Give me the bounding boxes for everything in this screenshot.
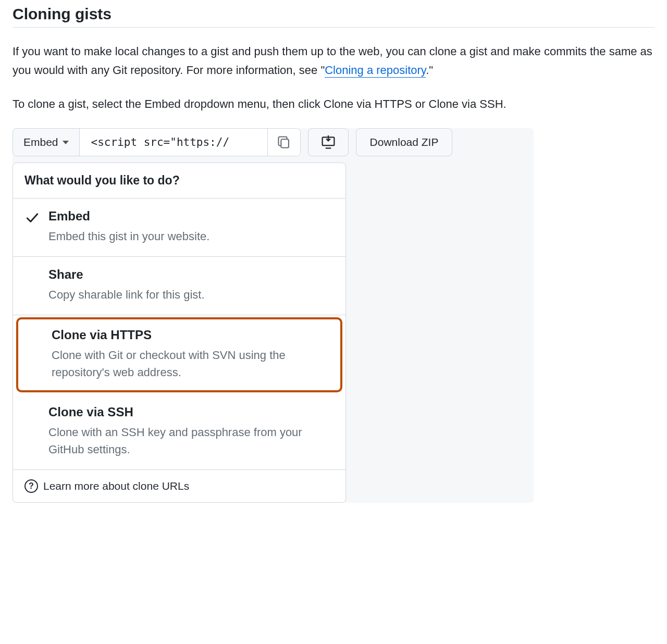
check-placeholder: [24, 405, 40, 407]
intro-paragraph-2: To clone a gist, select the Embed dropdo…: [13, 95, 654, 114]
dropdown-item-clone-https[interactable]: Clone via HTTPS Clone with Git or checko…: [16, 317, 342, 392]
embed-snippet-text: <script src="https://: [80, 129, 267, 156]
dropdown-item-title: Clone via HTTPS: [52, 328, 331, 342]
question-icon: ?: [24, 479, 38, 493]
dropdown-header: What would you like to do?: [13, 163, 345, 199]
para1-post: .": [426, 64, 433, 77]
svg-rect-0: [281, 139, 289, 147]
copy-icon: [277, 135, 291, 149]
dropdown-item-title: Share: [48, 267, 334, 282]
embed-snippet-segment: Embed <script src="https://: [13, 128, 301, 156]
dropdown-item-desc: Copy sharable link for this gist.: [48, 286, 334, 303]
desktop-download-icon: [321, 135, 336, 150]
dropdown-item-desc: Clone with Git or checkout with SVN usin…: [52, 346, 331, 381]
intro-paragraph-1: If you want to make local changes to a g…: [13, 42, 654, 80]
dropdown-item-share[interactable]: Share Copy sharable link for this gist.: [13, 257, 345, 315]
dropdown-item-desc: Clone with an SSH key and passphrase fro…: [48, 424, 334, 458]
embed-dropdown-button[interactable]: Embed: [13, 129, 80, 156]
dropdown-item-title: Embed: [48, 209, 334, 224]
dropdown-footer-label: Learn more about clone URLs: [43, 480, 189, 492]
download-zip-label: Download ZIP: [370, 136, 439, 148]
check-placeholder: [24, 267, 40, 269]
check-icon: [24, 209, 40, 225]
download-zip-button[interactable]: Download ZIP: [356, 128, 453, 156]
cloning-repo-link[interactable]: Cloning a repository: [325, 64, 426, 78]
gist-toolbar-illustration: Embed <script src="https:// Download ZIP: [13, 128, 534, 503]
embed-dropdown-label: Embed: [23, 136, 58, 148]
dropdown-item-desc: Embed this gist in your website.: [48, 228, 334, 245]
dropdown-learn-more[interactable]: ? Learn more about clone URLs: [13, 470, 345, 502]
caret-down-icon: [63, 141, 69, 144]
check-placeholder: [28, 328, 43, 330]
embed-dropdown-panel: What would you like to do? Embed Embed t…: [13, 163, 346, 503]
open-desktop-button[interactable]: [308, 128, 349, 156]
dropdown-item-embed[interactable]: Embed Embed this gist in your website.: [13, 199, 345, 257]
copy-button[interactable]: [267, 129, 300, 156]
gist-toolbar: Embed <script src="https:// Download ZIP: [13, 128, 534, 156]
dropdown-item-title: Clone via SSH: [48, 405, 334, 419]
section-heading: Cloning gists: [13, 5, 654, 28]
dropdown-item-clone-ssh[interactable]: Clone via SSH Clone with an SSH key and …: [13, 394, 345, 470]
